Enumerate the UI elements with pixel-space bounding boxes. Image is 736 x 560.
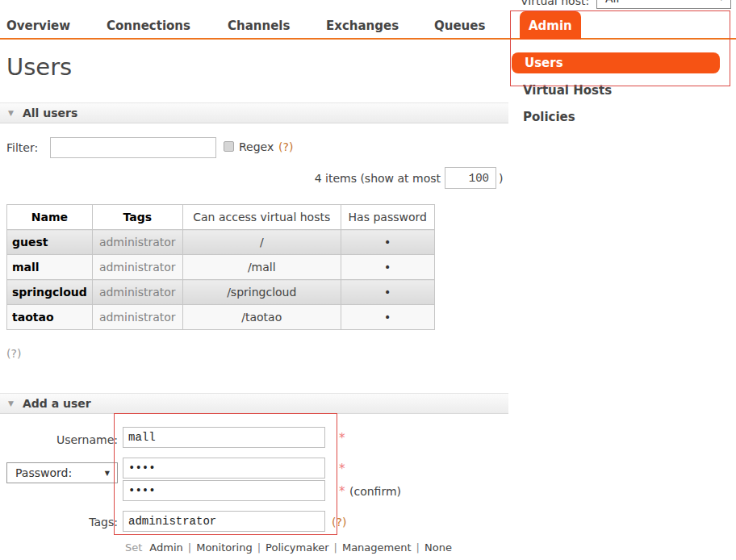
table-row: guest administrator / •: [7, 230, 435, 255]
user-tags: administrator: [92, 305, 182, 330]
column-header-vhosts: Can access virtual hosts: [182, 205, 341, 230]
separator: |: [416, 541, 420, 554]
add-user-section-title: Add a user: [23, 397, 91, 410]
table-help-link[interactable]: (?): [6, 347, 21, 360]
virtual-host-select[interactable]: All ▼: [596, 0, 731, 9]
tag-link-none[interactable]: None: [424, 541, 452, 554]
tab-connections[interactable]: Connections: [107, 19, 190, 33]
user-name-link[interactable]: springcloud: [7, 280, 93, 305]
password-required-marker: *: [339, 462, 345, 476]
password-confirm-required-marker: *: [339, 484, 345, 499]
column-header-tags: Tags: [92, 205, 182, 230]
password-type-label: Password:: [15, 466, 72, 479]
tab-channels[interactable]: Channels: [228, 19, 290, 33]
user-name-link[interactable]: mall: [7, 255, 93, 280]
tag-link-management[interactable]: Management: [342, 541, 412, 554]
column-header-has-password: Has password: [341, 205, 434, 230]
has-password-dot: •: [341, 255, 434, 280]
user-tags: administrator: [92, 230, 182, 255]
has-password-dot: •: [341, 230, 434, 255]
user-vhosts: /taotao: [182, 305, 341, 330]
tags-label: Tags:: [0, 516, 118, 529]
user-name-link[interactable]: taotao: [7, 305, 93, 330]
separator: |: [188, 541, 191, 554]
regex-help-link[interactable]: (?): [278, 140, 293, 153]
password-confirm-field[interactable]: [123, 480, 325, 501]
has-password-dot: •: [341, 305, 434, 330]
set-label: Set: [125, 541, 142, 554]
chevron-down-icon: ▼: [105, 470, 110, 477]
tab-overview[interactable]: Overview: [6, 19, 70, 33]
has-password-dot: •: [341, 280, 434, 305]
tag-link-monitoring[interactable]: Monitoring: [196, 541, 253, 554]
user-tags: administrator: [92, 255, 182, 280]
items-count-suffix: ): [499, 172, 503, 185]
collapse-triangle-icon: ▼: [8, 109, 14, 117]
column-header-name: Name: [7, 205, 93, 230]
collapse-triangle-icon: ▼: [8, 399, 14, 407]
sidebar-item-users-label: Users: [525, 56, 563, 70]
tag-link-policymaker[interactable]: Policymaker: [266, 541, 328, 554]
tag-shortcut-row: SetAdmin|Monitoring|Policymaker|Manageme…: [125, 541, 452, 554]
tab-admin[interactable]: Admin: [520, 11, 581, 40]
user-vhosts: /: [182, 230, 341, 255]
username-label: Username:: [0, 433, 118, 446]
rabbitmq-admin-users-page: Virtual host: All ▼ Overview Connections…: [0, 0, 736, 560]
tab-queues[interactable]: Queues: [434, 19, 485, 33]
add-user-section-header[interactable]: ▼ Add a user: [0, 393, 508, 414]
all-users-section-header[interactable]: ▼ All users: [0, 102, 508, 123]
table-row: springcloud administrator /springcloud •: [7, 280, 435, 305]
user-name-link[interactable]: guest: [7, 230, 93, 255]
show-at-most-input[interactable]: [445, 167, 496, 189]
password-type-select[interactable]: Password: ▼: [6, 462, 118, 483]
separator: |: [257, 541, 261, 554]
all-users-section-title: All users: [23, 107, 77, 119]
filter-label: Filter:: [6, 141, 38, 154]
table-row: mall administrator /mall •: [7, 255, 435, 280]
users-table: Name Tags Can access virtual hosts Has p…: [6, 204, 435, 330]
username-field[interactable]: [123, 427, 325, 448]
confirm-label: (confirm): [349, 485, 401, 498]
sidebar-item-policies[interactable]: Policies: [523, 110, 575, 124]
password-field[interactable]: [123, 458, 325, 479]
table-header-row: Name Tags Can access virtual hosts Has p…: [7, 205, 435, 230]
chevron-down-icon: ▼: [719, 0, 724, 2]
sidebar-item-users[interactable]: Users: [512, 52, 720, 73]
username-required-marker: *: [339, 431, 345, 445]
tags-field[interactable]: [123, 511, 325, 532]
items-count-text: 4 items (show at most: [0, 172, 441, 185]
nav-underline: [0, 38, 736, 40]
virtual-host-label: Virtual host:: [521, 0, 589, 7]
table-row: taotao administrator /taotao •: [7, 305, 435, 330]
sidebar-item-virtual-hosts[interactable]: Virtual Hosts: [523, 83, 612, 98]
separator: |: [334, 541, 337, 554]
tab-exchanges[interactable]: Exchanges: [326, 19, 399, 33]
tab-admin-label: Admin: [529, 19, 572, 33]
regex-checkbox[interactable]: [224, 141, 234, 152]
page-title: Users: [6, 53, 72, 81]
regex-label: Regex: [239, 140, 274, 153]
tags-help-link[interactable]: (?): [332, 516, 346, 529]
virtual-host-value: All: [605, 0, 619, 5]
tag-link-admin[interactable]: Admin: [149, 541, 182, 554]
user-tags: administrator: [92, 280, 182, 305]
user-vhosts: /mall: [182, 255, 341, 280]
filter-input[interactable]: [50, 137, 216, 158]
user-vhosts: /springcloud: [182, 280, 341, 305]
